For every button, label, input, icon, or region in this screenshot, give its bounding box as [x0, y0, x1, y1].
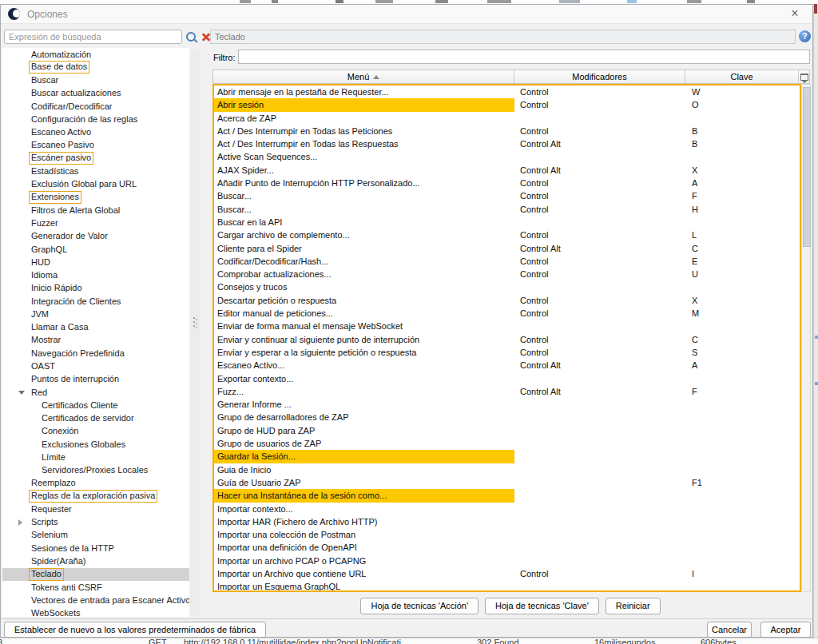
sidebar-item[interactable]: Fuzzer: [2, 217, 189, 229]
table-row[interactable]: Abrir sesiónControlO: [214, 98, 800, 111]
table-row[interactable]: Editor manual de peticiones...ControlM: [214, 307, 800, 320]
sidebar-item[interactable]: Estadísticas: [2, 165, 189, 177]
table-row[interactable]: Exportar contexto...: [214, 372, 800, 385]
column-control-icon[interactable]: [799, 70, 809, 83]
table-row[interactable]: Grupo de HUD para ZAP: [214, 424, 800, 437]
table-row[interactable]: Buscar...ControlF: [214, 189, 800, 202]
table-row[interactable]: Act / Des Interrumpir en Todas las Respu…: [214, 137, 800, 150]
sidebar-item[interactable]: Red: [2, 386, 189, 399]
sidebar-item[interactable]: Configuración de las reglas: [2, 113, 189, 125]
table-row[interactable]: Guardar la Sesión...: [214, 450, 800, 463]
table-row[interactable]: Enviar de forma manual el mensaje WebSoc…: [214, 320, 800, 332]
sidebar-item[interactable]: JVM: [2, 308, 189, 320]
table-row[interactable]: Generar Informe ...: [214, 398, 800, 411]
reset-keys-button[interactable]: Reiniciar: [606, 598, 661, 614]
sidebar-item[interactable]: Tokens anti CSRF: [2, 581, 189, 594]
sidebar-item[interactable]: Exclusiones Globales: [2, 438, 189, 451]
table-row[interactable]: Guia de Inicio: [214, 463, 800, 476]
sidebar-item[interactable]: Escáner pasivo: [2, 152, 189, 165]
table-row[interactable]: Enviar y esperar a la siguiente petición…: [214, 346, 800, 359]
table-row[interactable]: Importar HAR (Fichero de Archivo HTTP): [214, 515, 800, 528]
table-row[interactable]: Buscar...ControlH: [214, 203, 800, 216]
sidebar-item[interactable]: Sesiones de la HTTP: [2, 542, 189, 555]
sidebar-item[interactable]: Extensiones: [2, 191, 189, 204]
table-row[interactable]: Añadir Punto de Interrupción HTTP Person…: [214, 177, 800, 189]
table-row[interactable]: Buscar en la API: [214, 216, 800, 229]
sidebar-item[interactable]: Vectores de entrada para Escaner Activo: [2, 594, 189, 606]
sidebar-item[interactable]: Límite: [2, 451, 189, 463]
table-scrollbar[interactable]: [801, 84, 811, 592]
sidebar-item[interactable]: HUD: [2, 256, 189, 268]
splitter[interactable]: [190, 49, 201, 616]
close-icon[interactable]: [782, 5, 808, 23]
sidebar-item[interactable]: Exclusión Global para URL: [2, 178, 189, 191]
sidebar-item[interactable]: Generador de Valor: [2, 230, 189, 243]
filter-input[interactable]: [238, 50, 810, 64]
table-row[interactable]: Importar una colección de Postman: [214, 528, 800, 541]
table-row[interactable]: Importar un Archivo que contiene URLCont…: [214, 567, 800, 580]
cheatsheet-key-button[interactable]: Hoja de tecnicas 'Clave': [485, 598, 599, 614]
table-row[interactable]: Grupo de desarrolladores de ZAP: [214, 411, 800, 423]
sidebar-item[interactable]: Mostrar: [2, 334, 189, 347]
table-row[interactable]: Abrir mensaje en la pestaña de Requester…: [214, 85, 800, 98]
sidebar-item[interactable]: Escaneo Activo: [2, 126, 189, 139]
accept-button[interactable]: Aceptar: [760, 622, 811, 638]
table-row[interactable]: Guía de Usuario ZAPF1: [214, 476, 800, 489]
sidebar-item[interactable]: Automatización: [2, 48, 189, 61]
table-row[interactable]: Importar contexto...: [214, 503, 800, 515]
search-icon[interactable]: [186, 32, 196, 42]
sidebar-item[interactable]: Certificados de servidor: [2, 411, 189, 424]
sidebar-item[interactable]: Reglas de la exploración pasiva: [2, 490, 189, 503]
sidebar-item[interactable]: Escaneo Pasivo: [2, 139, 189, 152]
table-row[interactable]: AJAX Spider...Control AltX: [214, 164, 800, 177]
factory-reset-button[interactable]: Establecer de nuevo a los valores predet…: [4, 622, 266, 638]
table-row[interactable]: Cargar archivo de complemento...ControlL: [214, 229, 800, 241]
table-row[interactable]: Comprobar actualizaciones...ControlU: [214, 268, 800, 280]
table-row[interactable]: Descartar petición o respuestaControlX: [214, 294, 800, 307]
table-row[interactable]: Active Scan Sequences...: [214, 150, 800, 163]
sidebar-item[interactable]: Idioma: [2, 269, 189, 282]
table-row[interactable]: Enviar y continuar al siguiente punto de…: [214, 333, 800, 346]
table-row[interactable]: Importar un archivo PCAP o PCAPNG: [214, 555, 800, 567]
table-row[interactable]: Importar una definición de OpenAPI: [214, 541, 800, 554]
column-header-menu[interactable]: Menú: [213, 70, 514, 83]
expand-icon[interactable]: [18, 519, 22, 526]
sidebar-item[interactable]: Servidores/Proxies Locales: [2, 464, 189, 477]
help-icon[interactable]: [799, 30, 811, 42]
sidebar-item[interactable]: Conexión: [2, 425, 189, 438]
sidebar-item[interactable]: Filtros de Alerta Global: [2, 204, 189, 217]
table-row[interactable]: Cliente para el SpiderControl AltC: [214, 242, 800, 255]
sidebar-item[interactable]: Teclado: [2, 568, 189, 581]
sidebar-item[interactable]: Selenium: [2, 529, 189, 542]
sidebar-item[interactable]: Base de datos: [2, 61, 189, 74]
table-row[interactable]: Act / Des Interrumpir en Todas las Petic…: [214, 125, 800, 137]
search-input[interactable]: [4, 30, 182, 44]
table-row[interactable]: Fuzz...Control AltF: [214, 385, 800, 398]
table-row[interactable]: Grupo de usuarios de ZAP: [214, 437, 800, 450]
sidebar-item[interactable]: Integración de Clientes: [2, 295, 189, 308]
table-row[interactable]: Codificar/Decodificar/Hash...ControlE: [214, 255, 800, 268]
column-header-modifiers[interactable]: Modificadores: [514, 70, 685, 83]
table-row[interactable]: Hacer una Instantánea de la sesión como.…: [214, 489, 800, 502]
sidebar-item[interactable]: Reemplazo: [2, 477, 189, 490]
sidebar-item[interactable]: Puntos de interrupción: [2, 373, 189, 386]
sidebar-item[interactable]: Codificar/Decodificar: [2, 100, 189, 113]
sidebar-item[interactable]: Buscar actualizaciones: [2, 87, 189, 100]
scrollbar-thumb[interactable]: [803, 87, 811, 247]
sidebar-item[interactable]: Inicio Rápido: [2, 282, 189, 295]
sidebar-item[interactable]: Buscar: [2, 74, 189, 87]
sidebar-item[interactable]: Certificados Cliente: [2, 399, 189, 411]
sidebar-item[interactable]: WebSockets: [2, 606, 189, 617]
sidebar-item[interactable]: Llamar a Casa: [2, 321, 189, 334]
collapse-icon[interactable]: [18, 391, 25, 395]
table-row[interactable]: Importar un Esquema GraphQL: [214, 580, 800, 592]
table-row[interactable]: Consejos y trucos: [214, 280, 800, 293]
table-row[interactable]: Escaneo Activo...Control AltA: [214, 359, 800, 372]
sidebar-item[interactable]: Requester: [2, 503, 189, 515]
cancel-button[interactable]: Cancelar: [707, 622, 752, 638]
column-header-key[interactable]: Clave: [685, 70, 799, 83]
table-row[interactable]: Acerca de ZAP: [214, 112, 800, 125]
sidebar-item[interactable]: Navegación Predefinida: [2, 347, 189, 360]
sidebar-item[interactable]: OAST: [2, 360, 189, 372]
cheatsheet-action-button[interactable]: Hoja de tecnicas 'Acción': [360, 598, 478, 614]
